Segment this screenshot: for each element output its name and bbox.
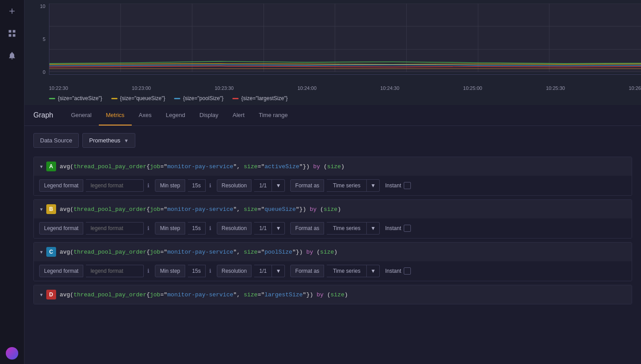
expr-a-close-brace: "}) — [299, 163, 309, 170]
query-expr-c[interactable]: avg(thread_pool_pay_order{job="monitor-p… — [60, 249, 626, 255]
format-as-select-b: Time series ▼ — [327, 222, 380, 235]
expr-b-metric: thread_pool_pay_order — [73, 206, 146, 213]
query-block-a: ▼ A avg(thread_pool_pay_order{job="monit… — [33, 157, 632, 196]
metrics-panel: Data Source Prometheus ▼ ▼ A avg(thread_… — [24, 126, 641, 364]
query-letter-a: A — [46, 162, 56, 171]
expr-c-metric: thread_pool_pay_order — [73, 249, 146, 255]
tab-time-range[interactable]: Time range — [252, 105, 295, 125]
expr-c-open-brace: { — [146, 249, 150, 255]
tab-general[interactable]: General — [64, 105, 98, 125]
query-collapse-btn-c[interactable]: ▼ C — [39, 247, 56, 257]
query-collapse-btn-d[interactable]: ▼ D — [39, 290, 56, 299]
expr-c-by: by — [303, 249, 316, 255]
chart-area: 10 5 0 — [24, 0, 641, 105]
resolution-dropdown-b[interactable]: ▼ — [272, 222, 285, 235]
resolution-dropdown-c[interactable]: ▼ — [272, 265, 285, 277]
query-expr-a[interactable]: avg(thread_pool_pay_order{job="monitor-p… — [60, 163, 626, 170]
format-as-dropdown-a[interactable]: ▼ — [367, 179, 380, 192]
legend-format-label-b: Legend format — [39, 222, 83, 235]
grid-icon[interactable] — [5, 27, 19, 40]
expr-a-paren-open: ( — [324, 163, 327, 170]
chart-plot — [49, 4, 641, 75]
resolution-dropdown-a[interactable]: ▼ — [272, 179, 285, 192]
x-label-4: 10:24:00 — [297, 85, 316, 91]
tab-axes[interactable]: Axes — [132, 105, 159, 125]
user-icon[interactable] — [6, 347, 18, 360]
min-step-info-c[interactable]: ℹ — [209, 268, 211, 274]
expr-a-key2: size — [243, 163, 257, 170]
expr-b-open-brace: { — [146, 206, 150, 213]
tab-legend[interactable]: Legend — [159, 105, 192, 125]
resolution-value-b: 1/1 — [254, 222, 272, 235]
expr-d-eq2: =" — [258, 291, 265, 298]
legend-label-largest: {size="largestSize"} — [241, 95, 288, 101]
legend-format-group-a: Legend format ℹ — [39, 179, 150, 192]
legend-label-queue: {size="queueSize"} — [120, 95, 166, 101]
legend-dot-active — [49, 98, 55, 99]
legend-format-group-c: Legend format ℹ — [39, 265, 150, 277]
datasource-select[interactable]: Prometheus ▼ — [82, 133, 135, 148]
expr-d-close-brace: "}) — [303, 291, 313, 298]
x-label-1: 10:22:30 — [49, 85, 68, 91]
tab-display[interactable]: Display — [192, 105, 226, 125]
datasource-row: Data Source Prometheus ▼ — [33, 133, 632, 148]
min-step-info-a[interactable]: ℹ — [209, 182, 211, 189]
query-expr-d[interactable]: avg(thread_pool_pay_order{job="monitor-p… — [60, 291, 626, 298]
min-step-value-a: 15s — [188, 179, 206, 192]
instant-group-c: Instant — [385, 267, 411, 275]
instant-checkbox-b[interactable] — [404, 225, 411, 232]
expr-a-val1: monitor-pay-service — [167, 163, 233, 170]
legend-format-input-c[interactable] — [86, 265, 144, 277]
legend-format-info-c[interactable]: ℹ — [147, 268, 150, 274]
min-step-info-b[interactable]: ℹ — [209, 225, 211, 231]
resolution-select-a: 1/1 ▼ — [254, 179, 285, 192]
datasource-value: Prometheus — [89, 137, 120, 144]
expr-c-key2: size — [243, 249, 257, 255]
instant-checkbox-c[interactable] — [404, 267, 411, 275]
expr-d-eq1: =" — [160, 291, 167, 298]
expr-d-key1: job — [150, 291, 160, 298]
expr-d-val2: largestSize — [264, 291, 303, 298]
query-header-b: ▼ B avg(thread_pool_pay_order{job="monit… — [34, 200, 632, 218]
instant-checkbox-a[interactable] — [404, 182, 411, 189]
expr-b-val2: queueSize — [264, 206, 296, 213]
query-collapse-btn-b[interactable]: ▼ B — [39, 204, 56, 214]
query-expr-b[interactable]: avg(thread_pool_pay_order{job="monitor-p… — [60, 206, 626, 213]
expr-c-eq1: =" — [160, 249, 167, 255]
query-header-a: ▼ A avg(thread_pool_pay_order{job="monit… — [34, 157, 632, 176]
plus-icon[interactable] — [5, 4, 19, 18]
legend-format-info-b[interactable]: ℹ — [147, 225, 150, 231]
format-as-dropdown-b[interactable]: ▼ — [367, 222, 380, 235]
chart-y-axis: 10 5 0 — [24, 4, 49, 75]
format-as-group-c: Format as Time series ▼ — [290, 265, 380, 277]
tab-alert[interactable]: Alert — [226, 105, 252, 125]
legend-format-input-b[interactable] — [86, 222, 144, 235]
chart-grid-svg — [49, 4, 641, 72]
expr-a-paren-close: ) — [341, 163, 345, 170]
format-as-dropdown-c[interactable]: ▼ — [367, 265, 380, 277]
panel-tabs: Graph General Metrics Axes Legend Displa… — [24, 105, 641, 126]
expr-b-paren-open: ( — [320, 206, 324, 213]
collapse-arrow-c: ▼ — [39, 250, 44, 255]
tab-metrics[interactable]: Metrics — [99, 105, 132, 125]
query-letter-b: B — [46, 204, 56, 214]
min-step-group-c: Min step 15s ℹ — [155, 265, 211, 277]
query-letter-d: D — [46, 290, 56, 299]
expr-b-size: size — [324, 206, 337, 213]
expr-a-metric: thread_pool_pay_order — [73, 163, 146, 170]
legend-format-info-a[interactable]: ℹ — [147, 182, 150, 189]
main-content: 10 5 0 — [24, 0, 641, 364]
expr-c-eq2: =" — [258, 249, 265, 255]
expr-b-close-brace: "}) — [296, 206, 306, 213]
format-as-value-a: Time series — [327, 179, 367, 192]
format-as-value-c: Time series — [327, 265, 367, 277]
bell-icon[interactable] — [5, 49, 19, 62]
min-step-value-b: 15s — [188, 222, 206, 235]
y-label-10: 10 — [24, 4, 45, 9]
expr-c-val1: monitor-pay-service — [167, 249, 233, 255]
y-label-0: 0 — [24, 69, 45, 75]
expr-d-size: size — [331, 291, 345, 298]
legend-format-input-a[interactable] — [86, 179, 144, 192]
legend-item-queue: {size="queueSize"} — [111, 95, 166, 101]
query-collapse-btn-a[interactable]: ▼ A — [39, 162, 56, 171]
